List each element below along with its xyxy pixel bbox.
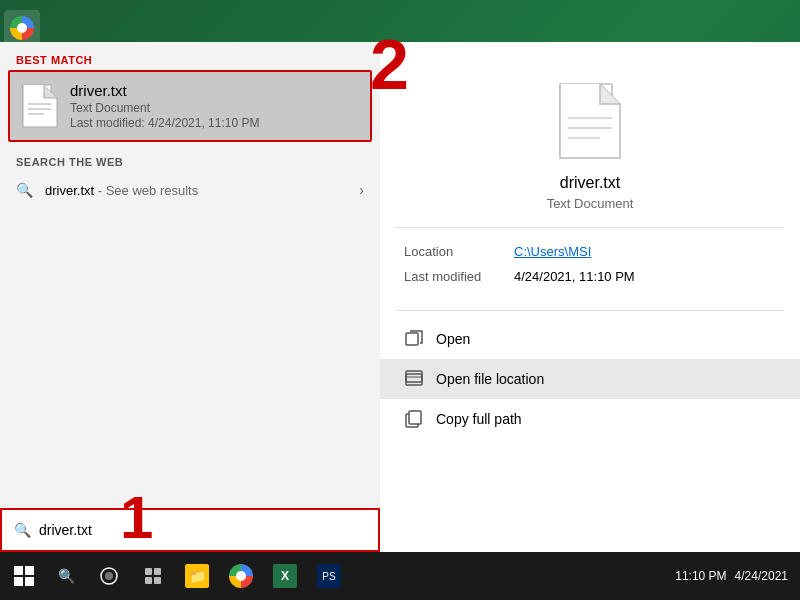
taskbar-terminal-icon[interactable]: PS (309, 556, 349, 596)
taskbar-cortana-icon[interactable] (89, 556, 129, 596)
location-value[interactable]: C:\Users\MSI (514, 244, 591, 259)
taskbar: 🔍 📁 (0, 552, 800, 600)
actions-section: Open Open file location (380, 311, 800, 447)
taskbar-excel-icon[interactable]: X (265, 556, 305, 596)
desktop: 🌐 X W 2 Best match (0, 0, 800, 600)
svg-rect-9 (406, 374, 422, 385)
location-label: Location (404, 244, 514, 259)
svg-rect-16 (154, 568, 161, 575)
svg-rect-18 (154, 577, 161, 584)
taskbar-date: 4/24/2021 (735, 569, 788, 583)
svg-point-14 (105, 572, 113, 580)
taskbar-icons: 📁 X PS (89, 556, 349, 596)
last-modified-value: 4/24/2021, 11:10 PM (514, 269, 635, 284)
search-input[interactable] (39, 522, 366, 538)
best-match-item[interactable]: driver.txt Text Document Last modified: … (8, 70, 372, 142)
taskbar-time: 11:10 PM (675, 569, 726, 583)
copy-icon (404, 409, 424, 429)
search-content: Best match driver.txt Text Document (0, 42, 380, 552)
search-web-label: Search the web (0, 142, 380, 174)
preview-file-icon (558, 82, 622, 162)
action-copy-full-path[interactable]: Copy full path (380, 399, 800, 439)
terminal-taskbar-icon: PS (317, 564, 341, 588)
start-button[interactable] (0, 552, 48, 600)
search-panel: Best match driver.txt Text Document (0, 42, 380, 552)
annotation-2: 2 (370, 30, 409, 100)
meta-location-row: Location C:\Users\MSI (404, 244, 776, 259)
meta-modified-row: Last modified 4/24/2021, 11:10 PM (404, 269, 776, 284)
search-web-item[interactable]: 🔍 driver.txt - See web results › (0, 174, 380, 206)
file-meta: Location C:\Users\MSI Last modified 4/24… (380, 228, 800, 310)
windows-logo-icon (14, 566, 34, 586)
action-open[interactable]: Open (380, 319, 800, 359)
chevron-right-icon: › (359, 182, 364, 198)
open-icon (404, 329, 424, 349)
folder-icon (404, 369, 424, 389)
best-match-filename: driver.txt (70, 82, 259, 99)
desktop-icon-chrome[interactable] (4, 10, 40, 46)
search-suffix: - See web results (94, 183, 198, 198)
best-match-type: Text Document (70, 101, 259, 115)
best-match-details: driver.txt Text Document Last modified: … (70, 82, 259, 130)
annotation-1: 1 (120, 488, 153, 548)
preview-filename: driver.txt (560, 174, 620, 192)
svg-rect-8 (406, 333, 418, 345)
taskbar-search-icon: 🔍 (58, 568, 75, 584)
search-bar-icon: 🔍 (14, 522, 31, 538)
svg-rect-15 (145, 568, 152, 575)
chrome-taskbar-icon (229, 564, 253, 588)
preview-filetype: Text Document (547, 196, 634, 211)
svg-rect-12 (409, 411, 421, 424)
action-open-label: Open (436, 331, 470, 347)
taskbar-explorer-icon[interactable]: 📁 (177, 556, 217, 596)
best-match-modified: Last modified: 4/24/2021, 11:10 PM (70, 116, 259, 130)
search-icon: 🔍 (16, 182, 33, 198)
action-open-file-location-label: Open file location (436, 371, 544, 387)
excel-taskbar-icon: X (273, 564, 297, 588)
taskbar-search[interactable]: 🔍 (52, 568, 81, 584)
file-preview: driver.txt Text Document (380, 62, 800, 227)
action-copy-full-path-label: Copy full path (436, 411, 522, 427)
taskbar-right: 11:10 PM 4/24/2021 (675, 569, 800, 583)
search-web-text: driver.txt - See web results (45, 183, 198, 198)
last-modified-label: Last modified (404, 269, 514, 284)
action-open-file-location[interactable]: Open file location (380, 359, 800, 399)
taskbar-task-view-icon[interactable] (133, 556, 173, 596)
file-icon-large (22, 84, 58, 128)
folder-taskbar-icon: 📁 (185, 564, 209, 588)
best-match-label: Best match (0, 42, 380, 70)
right-panel: driver.txt Text Document Location C:\Use… (380, 42, 800, 552)
taskbar-chrome-icon[interactable] (221, 556, 261, 596)
search-input-bar[interactable]: 🔍 (0, 508, 380, 552)
svg-rect-17 (145, 577, 152, 584)
search-query: driver.txt (45, 183, 94, 198)
